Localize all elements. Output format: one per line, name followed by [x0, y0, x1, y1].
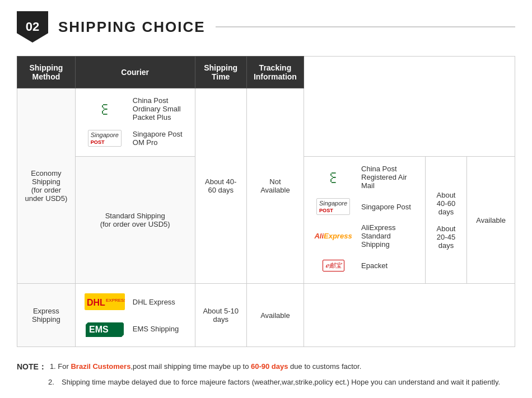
note-item-2: 2. Shipping time maybe delayed due to fo…: [48, 376, 515, 388]
courier-row-singapore-economy: SingaporePOST Singapore Post OM Pro: [82, 125, 188, 152]
courier-name-chinapost-standard: China Post Registered Air Mail: [361, 165, 418, 190]
note-2-num: 2.: [48, 376, 58, 388]
note-1-highlight-brazil: Brazil Customers: [71, 362, 130, 371]
table-row-express: Express Shipping DHL EXPRESS DHL Express: [17, 284, 515, 347]
courier-name-singapore-standard: Singapore Post: [361, 203, 411, 211]
courier-cell-standard: ꒰ China Post Registered Air Mail Singapo…: [304, 157, 426, 284]
col-courier: Courier: [75, 57, 195, 88]
aliexpress-logo-text: AliExpress: [314, 232, 352, 240]
singapore-post-logo-economy: SingaporePOST: [82, 128, 127, 148]
aliexpress-logo: AliExpress: [311, 226, 356, 246]
epacket-logo-text: ℯ邮宝: [323, 260, 344, 271]
courier-cell-economy: ꒰ China Post Ordinary Small Packet Plus …: [75, 88, 195, 157]
time-standard: About 40-60 daysAbout 20-45 days: [425, 157, 467, 284]
courier-name-dhl: DHL Express: [133, 298, 175, 306]
tracking-standard: Available: [467, 157, 515, 284]
note-1-text: 1. For Brazil Customers,post mail shippi…: [50, 360, 361, 374]
method-express: Express Shipping: [17, 284, 76, 347]
col-shipping-method: Shipping Method: [17, 57, 76, 88]
page-title: SHIPPING CHOICE: [58, 18, 206, 36]
courier-row-chinapost-standard: ꒰ China Post Registered Air Mail: [311, 161, 418, 193]
svg-text:꒰: ꒰: [97, 100, 114, 118]
courier-cell-express: DHL EXPRESS DHL Express EMS: [75, 284, 195, 347]
shipping-table: Shipping Method Courier Shipping Time Tr…: [17, 56, 515, 347]
method-standard: Standard Shipping(for order over USD5): [75, 157, 195, 284]
courier-name-ems: EMS Shipping: [133, 325, 179, 333]
svg-text:DHL: DHL: [87, 298, 105, 307]
courier-name-singapore-economy: Singapore Post OM Pro: [133, 130, 188, 147]
courier-name-chinapost-economy: China Post Ordinary Small Packet Plus: [133, 96, 188, 121]
courier-row-ems: EMS EMS Shipping: [82, 315, 188, 342]
note-2-text: Shipping time maybe delayed due to force…: [62, 376, 500, 388]
note-item-1: NOTE： 1. For Brazil Customers,post mail …: [17, 360, 515, 374]
table-row-economy: Economy Shipping(for order under USD5) ꒰…: [17, 88, 515, 157]
notes-section: NOTE： 1. For Brazil Customers,post mail …: [17, 358, 515, 393]
courier-row-chinapost-economy: ꒰ China Post Ordinary Small Packet Plus: [82, 93, 188, 125]
svg-text:EXPRESS: EXPRESS: [106, 298, 125, 303]
ems-logo: EMS: [82, 319, 127, 339]
tracking-economy: NotAvailable: [246, 88, 304, 284]
table-header-row: Shipping Method Courier Shipping Time Tr…: [17, 57, 515, 88]
time-express: About 5-10 days: [195, 284, 246, 347]
courier-name-epacket: Epacket: [361, 261, 388, 270]
col-shipping-time: Shipping Time: [195, 57, 246, 88]
svg-text:꒰: ꒰: [325, 168, 342, 186]
singapore-logo-text: SingaporePOST: [88, 130, 122, 147]
courier-row-epacket: ℯ邮宝 Epacket: [311, 252, 418, 279]
header-divider: [216, 26, 515, 27]
col-tracking-info: TrackingInformation: [246, 57, 304, 88]
courier-row-singapore-standard: SingaporePOST Singapore Post: [311, 193, 418, 220]
chinapost-logo-standard: ꒰: [311, 167, 356, 188]
dhl-logo: DHL EXPRESS: [82, 292, 127, 312]
courier-row-dhl: DHL EXPRESS DHL Express: [82, 288, 188, 315]
epacket-logo: ℯ邮宝: [311, 255, 356, 275]
svg-text:EMS: EMS: [89, 325, 109, 334]
courier-row-aliexpress: AliExpress AliExpress Standard Shipping: [311, 220, 418, 252]
note-label: NOTE：: [17, 360, 46, 374]
section-number-badge: 02: [17, 11, 48, 43]
time-economy: About 40-60 days: [195, 88, 246, 284]
note-1-highlight-days: 60-90 days: [251, 362, 288, 371]
courier-name-aliexpress: AliExpress Standard Shipping: [361, 223, 418, 249]
method-economy: Economy Shipping(for order under USD5): [17, 88, 76, 284]
tracking-express: Available: [246, 284, 304, 347]
page-header: 02 SHIPPING CHOICE: [17, 11, 515, 43]
singapore-logo-text-standard: SingaporePOST: [316, 198, 350, 215]
singapore-post-logo-standard: SingaporePOST: [311, 196, 356, 217]
chinapost-logo: ꒰: [82, 99, 127, 119]
